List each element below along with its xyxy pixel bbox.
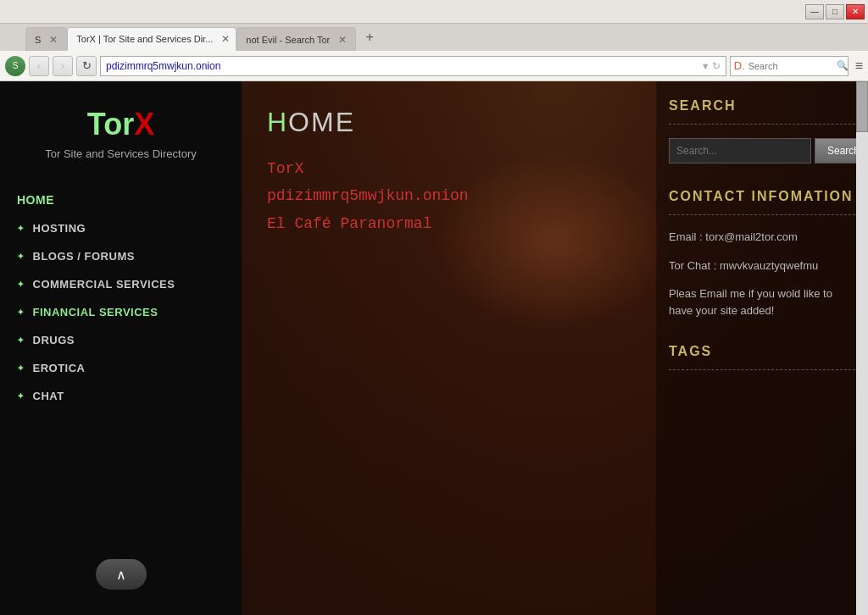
page-title-rest: OME xyxy=(288,107,355,137)
sidebar-item-hosting-label: HOSTING xyxy=(33,222,86,235)
sidebar-item-financial[interactable]: ✦ FINANCIAL SERVICES xyxy=(0,298,242,326)
contact-widget: CONTACT INFOMATION Email : torx@mail2tor… xyxy=(669,189,855,319)
search-widget-title: SEARCH xyxy=(669,98,855,114)
search-widget: SEARCH Search xyxy=(669,98,855,163)
tab-1-favicon: S xyxy=(35,35,41,45)
sidebar-icon[interactable]: S xyxy=(5,56,25,76)
page-content: HOME TorX pdizimmrq5mwjkun.onion El Café… xyxy=(242,81,656,615)
tor-label: Tor Chat : xyxy=(669,259,716,272)
tab-2-label: TorX | Tor Site and Services Dir... xyxy=(76,34,213,44)
address-text: pdizimmrq5mwjkun.onion xyxy=(106,60,220,72)
browser-search-bar[interactable]: D. 🔍 xyxy=(730,56,849,76)
tab-3-label: not Evil - Search Tor xyxy=(246,35,330,45)
menu-button[interactable]: ≡ xyxy=(855,58,863,74)
email-value: torx@mail2tor.com xyxy=(705,230,798,243)
sidebar-item-commercial[interactable]: ✦ COMMERCIAL SERVICES xyxy=(0,270,242,298)
address-bar-container: pdizimmrq5mwjkun.onion ▼ ↻ xyxy=(100,56,726,76)
search-input-row: Search xyxy=(669,138,855,163)
sidebar-item-drugs-label: DRUGS xyxy=(33,334,75,346)
tab-3-close[interactable]: ✕ xyxy=(338,34,347,46)
duckduckgo-icon: D. xyxy=(734,59,745,72)
tags-divider xyxy=(669,369,855,370)
search-icon: 🔍 xyxy=(837,60,849,71)
sidebar-item-home-label: HOME xyxy=(17,193,54,207)
bullet-icon: ✦ xyxy=(17,391,25,401)
sidebar: TorX Tor Site and Services Directory HOM… xyxy=(0,81,242,615)
email-label: Email : xyxy=(669,230,703,243)
scrollbar[interactable] xyxy=(856,81,868,615)
sidebar-item-hosting[interactable]: ✦ HOSTING xyxy=(0,214,242,242)
bullet-icon: ✦ xyxy=(17,335,25,345)
address-bar[interactable]: pdizimmrq5mwjkun.onion ▼ ↻ xyxy=(100,56,726,76)
tags-widget: TAGS xyxy=(669,344,855,370)
tags-widget-title: TAGS xyxy=(669,344,855,359)
scroll-up-container: ∧ xyxy=(17,559,225,590)
tab-1[interactable]: S ✕ xyxy=(25,27,67,51)
sidebar-item-blogs[interactable]: ✦ BLOGS / FORUMS xyxy=(0,242,242,270)
sidebar-item-financial-label: FINANCIAL SERVICES xyxy=(33,306,159,319)
nav-bar: S ‹ › ↻ pdizimmrq5mwjkun.onion ▼ ↻ D. 🔍 … xyxy=(0,51,868,81)
tab-bar: S ✕ TorX | Tor Site and Services Dir... … xyxy=(0,24,868,51)
contact-note: Pleas Email me if you wold like to have … xyxy=(669,285,855,319)
refresh-icon[interactable]: ↻ xyxy=(712,60,721,72)
content-area: HOME TorX pdizimmrq5mwjkun.onion El Café… xyxy=(242,81,868,615)
page-title: HOME xyxy=(267,107,631,138)
close-button[interactable]: ✕ xyxy=(846,4,865,19)
sidebar-nav: HOME ✦ HOSTING ✦ BLOGS / FORUMS ✦ COMMER… xyxy=(0,186,242,410)
contact-widget-title: CONTACT INFOMATION xyxy=(669,189,855,204)
sidebar-item-commercial-label: COMMERCIAL SERVICES xyxy=(33,278,175,291)
bullet-icon: ✦ xyxy=(17,252,25,261)
site-name: TorX xyxy=(267,155,631,182)
bullet-icon: ✦ xyxy=(17,363,25,373)
title-bar: — □ ✕ xyxy=(0,0,868,24)
contact-divider xyxy=(669,214,855,215)
reload-button[interactable]: ↻ xyxy=(76,56,97,76)
tab-3[interactable]: not Evil - Search Tor ✕ xyxy=(236,27,356,51)
ssl-icon: ▼ xyxy=(701,61,710,71)
sidebar-item-drugs[interactable]: ✦ DRUGS xyxy=(0,326,242,354)
sidebar-item-chat[interactable]: ✦ CHAT xyxy=(0,382,242,410)
new-tab-button[interactable]: + xyxy=(359,27,380,47)
sidebar-item-erotica[interactable]: ✦ EROTICA xyxy=(0,354,242,382)
scroll-up-button[interactable]: ∧ xyxy=(96,559,147,590)
window-controls: — □ ✕ xyxy=(805,4,865,19)
browser-search-input[interactable] xyxy=(748,61,833,71)
sidebar-item-chat-label: CHAT xyxy=(33,390,64,402)
right-sidebar: SEARCH Search CONTACT INFOMATION Email :… xyxy=(656,81,868,615)
logo-x: X xyxy=(134,107,154,141)
bullet-icon: ✦ xyxy=(17,280,25,289)
site-info: TorX pdizimmrq5mwjkun.onion El Café Para… xyxy=(267,155,631,237)
sidebar-item-blogs-label: BLOGS / FORUMS xyxy=(33,250,135,263)
maximize-button[interactable]: □ xyxy=(826,4,844,19)
contact-email: Email : torx@mail2tor.com xyxy=(669,229,855,246)
sidebar-item-home[interactable]: HOME xyxy=(0,186,242,214)
search-divider xyxy=(669,124,855,125)
logo-tor: Tor xyxy=(87,107,134,141)
minimize-button[interactable]: — xyxy=(805,4,824,19)
website: TorX Tor Site and Services Directory HOM… xyxy=(0,81,868,615)
address-icons: ▼ ↻ xyxy=(701,60,721,72)
tab-1-close[interactable]: ✕ xyxy=(49,34,58,46)
site-subtitle: El Café Paranormal xyxy=(267,210,631,237)
logo: TorX xyxy=(17,107,225,142)
tab-2[interactable]: TorX | Tor Site and Services Dir... ✕ xyxy=(67,27,236,51)
back-button[interactable]: ‹ xyxy=(29,56,49,76)
forward-button[interactable]: › xyxy=(53,56,73,76)
main-content: HOME TorX pdizimmrq5mwjkun.onion El Café… xyxy=(242,81,868,615)
scrollbar-thumb[interactable] xyxy=(856,81,868,132)
page-title-h: H xyxy=(267,107,288,137)
tor-value: mwvkvauztyqwefmu xyxy=(720,259,818,272)
contact-tor: Tor Chat : mwvkvauztyqwefmu xyxy=(669,258,855,274)
sidebar-logo: TorX Tor Site and Services Directory xyxy=(0,81,242,169)
tab-2-close[interactable]: ✕ xyxy=(221,33,230,45)
search-input[interactable] xyxy=(669,138,811,163)
bullet-icon: ✦ xyxy=(17,308,25,317)
sidebar-item-erotica-label: EROTICA xyxy=(33,362,86,374)
logo-tagline: Tor Site and Services Directory xyxy=(17,147,225,160)
site-url: pdizimmrq5mwjkun.onion xyxy=(267,182,631,209)
bullet-icon: ✦ xyxy=(17,224,25,233)
